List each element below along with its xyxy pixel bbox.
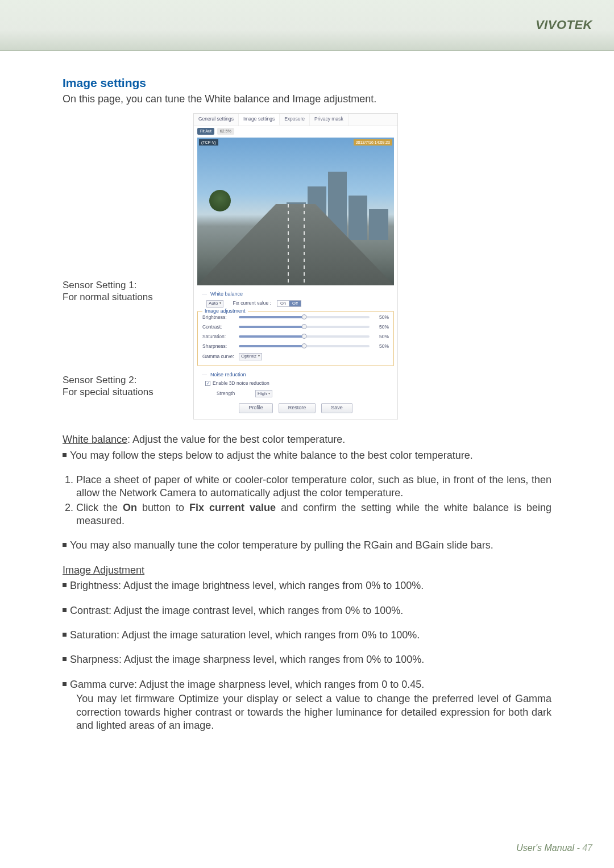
wb-bullet-1: You may follow the steps below to adjust… — [63, 449, 551, 462]
footer-page: 47 — [582, 843, 592, 853]
noise-reduction-checkbox-row: ✓ Enable 3D noice reduction — [194, 379, 397, 389]
white-balance-legend: White balance — [194, 289, 397, 299]
saturation-value: 50% — [373, 334, 389, 340]
overlay-timestamp: 2012/7/16 14:09:23 — [354, 139, 392, 146]
ia-brightness-text: Brightness: Adjust the image brightness … — [70, 579, 424, 592]
strength-select[interactable]: High — [255, 390, 272, 397]
wb-step-2: Click the On button to Fix current value… — [76, 501, 551, 528]
white-balance-mode-select[interactable]: Auto — [206, 300, 223, 308]
overlay-source: (TCP-V) — [199, 139, 218, 146]
callout-1-line2: For normal situations — [63, 291, 193, 303]
page-content: Image settings On this page, you can tun… — [0, 51, 614, 744]
ia-sharpness: Sharpness: Adjust the image sharpness le… — [63, 653, 551, 666]
contrast-slider[interactable] — [239, 326, 370, 328]
tab-general-settings[interactable]: General settings — [194, 114, 239, 126]
image-adjustment-group: Image adjustment Brightness: 50% Contras… — [197, 311, 394, 366]
sharpness-row: Sharpness: 50% — [200, 342, 391, 351]
ia-contrast: Contrast: Adjust the image contrast leve… — [63, 604, 551, 617]
ia-contrast-text: Contrast: Adjust the image contrast leve… — [70, 604, 403, 617]
save-button[interactable]: Save — [321, 403, 352, 413]
brightness-knob[interactable] — [302, 314, 307, 319]
fix-current-value-label: Fix current value : — [233, 300, 271, 306]
wb-bullet-2: You may also manually tune the color tem… — [63, 539, 551, 552]
ia-gamma-line1: Gamma curve: Adjust the image sharpness … — [70, 678, 424, 691]
enable-3d-label: Enable 3D noice reduction — [213, 380, 269, 387]
footer-text: User's Manual - — [516, 843, 582, 853]
brand-text: VIVOTEK — [536, 18, 592, 32]
bullet-icon — [63, 682, 67, 686]
ia-heading: Image Adjustment — [63, 564, 144, 576]
saturation-label: Saturation: — [202, 334, 235, 340]
wb-bullet-1-text: You may follow the steps below to adjust… — [70, 449, 473, 462]
panel-toolbar: Fit Aut 62.5% — [194, 126, 397, 136]
callout-sensor-2: Sensor Setting 2: For special situations — [63, 374, 193, 398]
callout-2-line1: Sensor Setting 2: — [63, 374, 193, 386]
bullet-icon — [63, 583, 67, 587]
ia-sharpness-text: Sharpness: Adjust the image sharpness le… — [70, 653, 424, 666]
fit-button[interactable]: Fit Aut — [197, 128, 214, 135]
ia-gamma: Gamma curve: Adjust the image sharpness … — [63, 678, 551, 691]
contrast-row: Contrast: 50% — [200, 322, 391, 332]
brightness-label: Brightness: — [202, 314, 235, 321]
noise-reduction-legend: Noise reduction — [194, 369, 397, 380]
brightness-value: 50% — [373, 314, 389, 321]
contrast-label: Contrast: — [202, 324, 235, 330]
bullet-icon — [63, 633, 67, 637]
ia-gamma-line2: You may let firmware Optimize your displ… — [63, 692, 551, 732]
strength-label: Strength — [217, 391, 252, 397]
figure-callouts: Sensor Setting 1: For normal situations … — [63, 113, 193, 398]
bullet-icon — [63, 453, 67, 457]
preview-tree — [209, 190, 231, 211]
wb-bullet-2-text: You may also manually tune the color tem… — [70, 539, 493, 552]
wb-desc: : Adjust the value for the best color te… — [127, 434, 345, 445]
bullet-icon — [63, 543, 67, 547]
ia-saturation-text: Saturation: Adjust the image saturation … — [70, 629, 420, 642]
header-bar: VIVOTEK — [0, 0, 614, 51]
callout-sensor-1: Sensor Setting 1: For normal situations — [63, 279, 193, 304]
bullet-icon — [63, 608, 67, 612]
callout-2-line2: For special situations — [63, 386, 193, 398]
wb-heading: White balance — [63, 434, 127, 445]
sharpness-knob[interactable] — [302, 343, 307, 348]
gamma-select[interactable]: Optimiz — [239, 353, 262, 360]
contrast-value: 50% — [373, 324, 389, 330]
fix-current-value-toggle[interactable]: On Off — [277, 300, 301, 307]
gamma-label: Gamma curve: — [202, 354, 235, 360]
white-balance-row: Auto Fix current value : On Off — [194, 299, 397, 309]
tabs-bar: General settings Image settings Exposure… — [194, 114, 397, 126]
sharpness-label: Sharpness: — [202, 343, 235, 350]
tab-image-settings[interactable]: Image settings — [239, 114, 280, 126]
saturation-slider[interactable] — [239, 335, 370, 338]
sharpness-value: 50% — [373, 343, 389, 350]
sharpness-slider[interactable] — [239, 345, 370, 347]
section-intro: On this page, you can tune the White bal… — [63, 93, 551, 106]
fix-on-button[interactable]: On — [277, 300, 289, 307]
brightness-slider[interactable] — [239, 316, 370, 318]
restore-button[interactable]: Restore — [279, 403, 316, 413]
saturation-row: Saturation: 50% — [200, 332, 391, 342]
ia-heading-line: Image Adjustment — [63, 564, 551, 577]
ia-brightness: Brightness: Adjust the image brightness … — [63, 579, 551, 592]
footer: User's Manual - 47 — [516, 843, 592, 853]
zoom-percent[interactable]: 62.5% — [217, 128, 234, 135]
section-title: Image settings — [63, 75, 551, 90]
gamma-row: Gamma curve: Optimiz — [200, 351, 391, 362]
strength-row: Strength High — [194, 389, 397, 398]
tab-exposure[interactable]: Exposure — [280, 114, 310, 126]
profile-button[interactable]: Profile — [239, 403, 273, 413]
saturation-knob[interactable] — [302, 334, 307, 339]
settings-panel: General settings Image settings Exposure… — [193, 113, 398, 420]
panel-buttons: Profile Restore Save — [194, 398, 397, 419]
fix-off-button[interactable]: Off — [289, 300, 301, 307]
image-adjustment-legend: Image adjustment — [202, 308, 248, 315]
tab-privacy-mask[interactable]: Privacy mask — [310, 114, 349, 126]
wb-heading-line: White balance: Adjust the value for the … — [63, 433, 551, 446]
bullet-icon — [63, 657, 67, 661]
ia-saturation: Saturation: Adjust the image saturation … — [63, 629, 551, 642]
figure-area: Sensor Setting 1: For normal situations … — [63, 113, 551, 420]
callout-1-line1: Sensor Setting 1: — [63, 279, 193, 291]
enable-3d-checkbox[interactable]: ✓ — [205, 381, 210, 386]
contrast-knob[interactable] — [302, 324, 307, 329]
body-text: White balance: Adjust the value for the … — [63, 433, 551, 732]
video-preview: (TCP-V) 2012/7/16 14:09:23 — [197, 138, 394, 285]
